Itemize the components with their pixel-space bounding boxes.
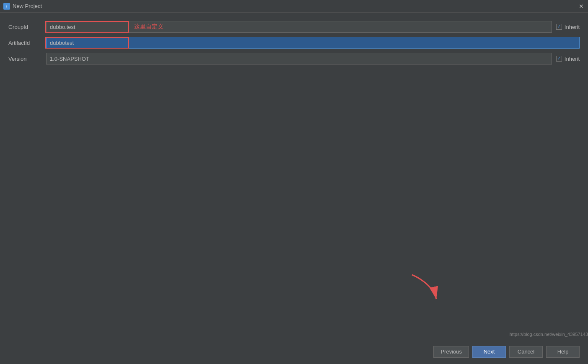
svg-text:I: I	[6, 5, 7, 8]
version-inherit-checkbox[interactable]	[556, 56, 562, 62]
main-content: GroupId Inherit 这里自定义 ArtifactId Ve	[0, 13, 588, 339]
version-input-wrapper	[46, 53, 552, 65]
groupid-input[interactable]	[46, 21, 552, 33]
close-button[interactable]: ✕	[578, 3, 585, 10]
next-button[interactable]: Next	[472, 346, 506, 358]
idea-icon: I	[3, 3, 10, 10]
artifactid-row: ArtifactId	[8, 37, 580, 49]
title-bar-left: I New Project	[3, 3, 42, 10]
new-project-dialog: I New Project ✕ GroupId Inherit 这	[0, 0, 588, 364]
annotation-text: 这里自定义	[134, 23, 163, 31]
help-button[interactable]: Help	[546, 346, 580, 358]
fields-container: GroupId Inherit 这里自定义 ArtifactId Ve	[8, 21, 580, 65]
previous-button[interactable]: Previous	[433, 346, 469, 358]
cancel-button[interactable]: Cancel	[509, 346, 543, 358]
artifactid-input[interactable]	[46, 37, 580, 49]
arrow-indicator	[408, 271, 441, 305]
window-title: New Project	[13, 3, 42, 9]
artifactid-label: ArtifactId	[8, 40, 46, 46]
version-row: Version Inherit	[8, 53, 580, 65]
version-input[interactable]	[46, 53, 552, 65]
groupid-inherit-wrapper: Inherit	[556, 24, 580, 30]
version-inherit-wrapper: Inherit	[556, 56, 580, 62]
title-bar: I New Project ✕	[0, 0, 588, 13]
groupid-inherit-checkbox[interactable]	[556, 24, 562, 30]
groupid-inherit-label: Inherit	[565, 24, 580, 30]
bottom-bar: Previous Next Cancel Help	[0, 339, 588, 364]
watermark: https://blog.csdn.net/weixin_43957143	[510, 332, 588, 337]
groupid-row: GroupId Inherit 这里自定义	[8, 21, 580, 33]
groupid-label: GroupId	[8, 24, 46, 30]
artifactid-input-wrapper	[46, 37, 580, 49]
groupid-input-wrapper	[46, 21, 552, 33]
version-label: Version	[8, 56, 46, 62]
version-inherit-label: Inherit	[565, 56, 580, 62]
